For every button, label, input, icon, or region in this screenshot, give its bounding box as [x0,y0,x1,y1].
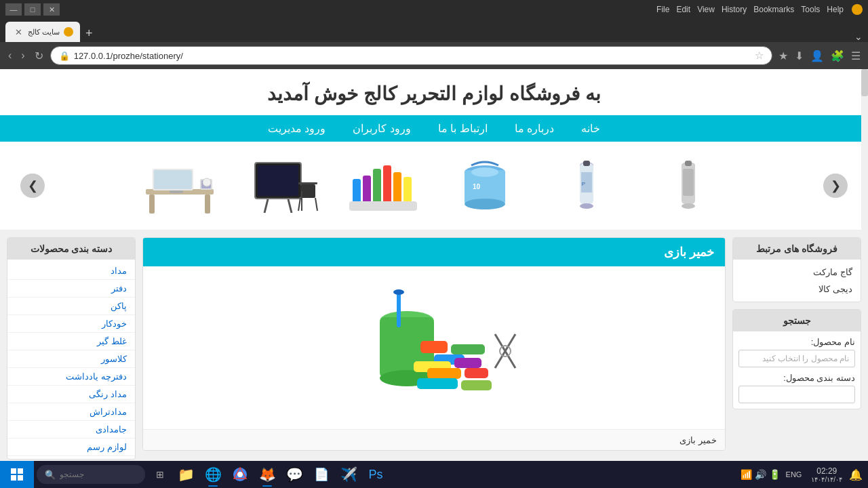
clock-time: 02:29 [811,466,842,476]
file-explorer-icon[interactable]: 📁 [172,461,199,488]
window-controls: — □ ✕ [5,3,60,16]
cat-notebook[interactable]: دفتر [7,280,135,298]
carousel-item-2[interactable]: P [542,152,631,220]
svg-rect-16 [373,169,381,203]
download-button[interactable]: ⬇ [793,47,806,64]
cat-pen[interactable]: خودکار [7,315,135,333]
scrollbar-thumb[interactable] [861,69,868,96]
related-stores-box: فروشگاه های مرتبط گاج مارکت دیجی کالا [732,237,861,302]
right-sidebar: دسته بندی محصولات مداد دفتر پاکن خودکار … [7,237,136,460]
carousel-item-3[interactable]: 10 [441,152,529,220]
svg-point-46 [393,289,404,295]
battery-icon[interactable]: 🔋 [769,469,781,480]
reload-button[interactable]: ↻ [32,47,46,65]
svg-rect-9 [583,161,590,166]
svg-line-27 [288,199,292,213]
menu-view[interactable]: View [697,5,715,14]
taskbar-search[interactable]: 🔍 [37,465,145,484]
menu-tools[interactable]: Tools [801,5,820,14]
search-box: جستجو نام محصول: دسته بندی محصول: [732,309,861,409]
svg-point-41 [203,178,211,186]
taskbar: 🔍 ⊞ 📁 🌐 🦊 💬 📄 ✈️ [0,461,868,488]
chrome-icon[interactable] [226,461,254,488]
menu-file[interactable]: File [656,5,669,14]
extensions-button[interactable]: 🧩 [829,47,846,64]
carousel-item-4[interactable] [339,152,427,220]
clock[interactable]: 02:29 ۱۴۰۴/۱۴/۰۴ [807,465,846,485]
title-bar: File Edit View History Bookmarks Tools H… [0,0,868,19]
bookmark-button[interactable]: ☆ [755,49,764,62]
featured-product-image [339,280,529,415]
acrobat-icon[interactable]: 📄 [308,461,335,488]
page-title: به فروشگاه لوازم التحریر کالج خوش آمدید [7,83,861,105]
notification-button[interactable]: 🔔 [849,468,863,481]
nav-contact[interactable]: ارتباط با ما [438,122,488,135]
store-gaj[interactable]: گاج مارکت [733,264,861,281]
close-button[interactable]: ✕ [43,3,60,16]
menu-edit[interactable]: Edit [676,5,690,14]
tab-menu-button[interactable]: ⌄ [854,31,863,42]
carousel-prev-button[interactable]: ❮ [823,174,848,198]
nav-admin-login[interactable]: ورود مدیریت [268,122,326,135]
network-icon[interactable]: 📶 [741,469,752,480]
carousel-item-1[interactable] [644,152,732,220]
cat-pencil-case[interactable]: جامدادی [7,421,135,439]
carousel-item-6[interactable] [136,152,224,220]
cat-sharpener[interactable]: مدادتراش [7,403,135,421]
tab-close-button[interactable]: ✕ [15,27,22,37]
menu-history[interactable]: History [722,5,747,14]
svg-rect-25 [258,165,298,196]
cat-memo[interactable]: دفترچه یادداشت [7,368,135,386]
task-view-button[interactable]: ⊞ [148,462,172,487]
svg-rect-52 [427,368,461,379]
related-stores-content: گاج مارکت دیجی کالا [733,260,861,302]
start-button[interactable] [0,461,34,488]
nav-right-icons: ★ ⬇ 👤 🧩 ☰ [776,47,863,64]
cat-binder[interactable]: کلاسور [7,350,135,368]
svg-rect-51 [454,358,481,368]
browser-menu-button[interactable]: ☰ [849,47,863,64]
volume-icon[interactable]: 🔊 [755,469,766,480]
maximize-button[interactable]: □ [24,3,41,16]
minimize-button[interactable]: — [5,3,22,16]
svg-rect-59 [11,468,16,474]
scrollbar-track[interactable] [861,69,868,461]
telegram-icon[interactable]: ✈️ [335,461,362,488]
svg-rect-18 [393,172,401,203]
svg-rect-28 [298,182,317,184]
menu-items: File Edit View History Bookmarks Tools H… [656,5,844,14]
photoshop-icon[interactable]: Ps [362,461,389,488]
profile-button[interactable]: 👤 [808,47,826,64]
nav-about[interactable]: درباره ما [515,122,554,135]
category-input[interactable] [738,386,855,403]
windows-logo-icon [10,468,24,481]
language-indicator[interactable]: ENG [783,469,805,480]
cat-drawing[interactable]: لوازم رسم [7,439,135,456]
menu-bookmarks[interactable]: Bookmarks [753,5,794,14]
cat-eraser[interactable]: پاکن [7,298,135,315]
bookmarks-button[interactable]: ★ [776,47,790,64]
active-tab[interactable]: سایت کالج ✕ [5,22,80,42]
webpage: به فروشگاه لوازم التحریر کالج خوش آمدید … [0,69,868,461]
chrome-logo-icon [233,467,248,482]
cat-colored-pencil[interactable]: مداد رنگی [7,386,135,403]
carousel-item-5[interactable] [237,152,326,220]
nav-user-login[interactable]: ورود کاربران [353,122,410,135]
menu-help[interactable]: Help [827,5,844,14]
address-bar[interactable]: 🔒 127.0.0.1/prozhe/stationery/ ☆ [50,46,772,65]
cat-pencil[interactable]: مداد [7,262,135,280]
product-name-input[interactable] [738,350,855,367]
new-tab-button[interactable]: + [81,25,97,42]
center-content: خمیر بازی [142,237,726,460]
firefox-icon[interactable]: 🦊 [254,461,281,488]
forward-button[interactable]: › [18,47,27,64]
back-button[interactable]: ‹ [5,47,14,64]
store-digikala[interactable]: دیجی کالا [733,281,861,298]
nav-home[interactable]: خانه [581,122,600,135]
carousel-next-button[interactable]: ❯ [20,174,45,198]
whatsapp-icon[interactable]: 💬 [281,461,308,488]
taskbar-search-input[interactable] [60,470,137,479]
edge-icon[interactable]: 🌐 [199,461,226,488]
tab-title: سایت کالج [28,28,60,37]
cat-corrector[interactable]: غلط گیر [7,333,135,350]
